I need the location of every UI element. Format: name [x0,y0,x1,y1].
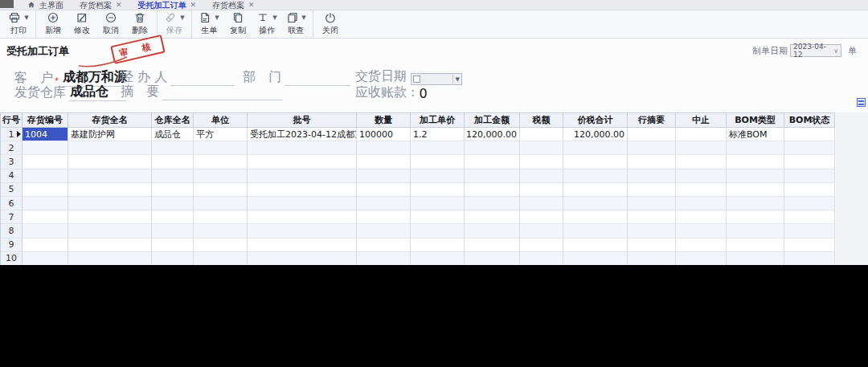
grid-cell[interactable] [357,183,411,197]
grid-cell[interactable] [520,197,563,210]
grid-cell[interactable] [676,252,727,266]
grid-cell[interactable] [411,141,465,155]
grid-cell[interactable] [357,197,411,210]
grid-cell[interactable] [676,239,727,252]
grid-cell[interactable] [411,155,465,169]
row-number-cell[interactable]: 7 [1,210,23,224]
grid-cell[interactable] [784,183,835,197]
grid-cell[interactable] [628,128,676,141]
grid-cell[interactable] [727,224,784,238]
联查-button[interactable]: ▼联查 [281,10,310,38]
grid-cell[interactable] [727,155,784,169]
grid-cell[interactable] [628,183,676,197]
grid-cell[interactable] [23,210,68,224]
grid-cell[interactable] [23,169,68,183]
grid-cell[interactable] [628,252,676,266]
grid-cell[interactable] [152,252,194,266]
grid-cell[interactable] [784,210,835,224]
grid-cell[interactable]: 120,000.00 [465,128,520,141]
close-icon[interactable]: ✕ [116,0,122,10]
grid-cell[interactable] [563,210,628,224]
grid-cell[interactable] [520,128,563,141]
grid-cell[interactable] [248,197,357,210]
grid-cell[interactable] [465,155,520,169]
grid-cell[interactable] [248,183,357,197]
grid-cell[interactable] [152,210,194,224]
row-number-cell[interactable]: 1 [1,128,23,141]
grid-cell[interactable] [727,183,784,197]
grid-cell[interactable] [411,169,465,183]
grid-cell[interactable] [727,169,784,183]
grid-cell[interactable] [23,224,68,238]
修改-button[interactable]: 修改 [68,10,96,38]
grid-cell[interactable] [520,210,563,224]
grid-cell[interactable] [357,210,411,224]
grid-cell[interactable]: 标准BOM [727,128,784,141]
grid-cell[interactable] [194,239,248,252]
grid-cell[interactable]: 1.2 [411,128,465,141]
row-number-cell[interactable]: 5 [1,183,23,197]
grid-cell[interactable] [248,239,357,252]
取消-button[interactable]: 取消 [96,10,125,38]
grid-cell[interactable] [676,224,727,238]
grid-cell[interactable]: 120,000.00 [563,128,628,141]
grid-cell[interactable] [248,141,357,155]
grid-cell[interactable] [23,252,68,266]
复制-button[interactable]: 复制 [223,10,252,38]
grid-cell[interactable] [68,155,152,169]
grid-cell[interactable] [194,169,248,183]
row-number-cell[interactable]: 8 [1,224,23,238]
tab-home[interactable]: 主界面 [19,0,72,10]
grid-cell[interactable] [194,224,248,238]
tab-item-3[interactable]: 存货档案✕ [204,0,263,10]
tab-item-1[interactable]: 存货档案✕ [72,0,130,10]
grid-cell[interactable] [784,141,835,155]
grid-cell[interactable] [68,183,152,197]
grid-cell[interactable] [727,210,784,224]
grid-cell[interactable]: 受托加工2023-04-12成都万和源 [248,128,357,141]
grid-cell[interactable] [68,210,152,224]
grid-cell[interactable] [194,183,248,197]
grid-cell[interactable] [68,252,152,266]
grid-cell[interactable] [676,210,727,224]
grid-cell[interactable] [152,197,194,210]
delivery-date-checkbox[interactable] [413,75,420,83]
grid-cell[interactable] [68,224,152,238]
row-number-cell[interactable]: 3 [1,155,23,169]
tab-item-2[interactable]: 受托加工订单✕ [130,0,205,10]
grid-cell[interactable] [727,141,784,155]
grid-cell[interactable] [411,224,465,238]
grid-cell[interactable] [152,169,194,183]
grid-cell[interactable] [465,239,520,252]
delivery-date-select[interactable]: ▼ [411,73,462,85]
grid-cell[interactable]: 基建防护网 [68,128,152,141]
grid-cell[interactable] [465,141,520,155]
grid-cell[interactable] [23,155,68,169]
grid-cell[interactable] [520,183,563,197]
grid-settings-icon[interactable] [857,98,866,107]
grid-cell[interactable] [563,197,628,210]
grid-cell[interactable] [248,210,357,224]
grid-cell[interactable] [248,224,357,238]
grid-cell[interactable] [68,141,152,155]
warehouse-input[interactable]: 成品仓 [69,84,126,101]
grid-cell[interactable] [152,183,194,197]
操作-button[interactable]: ▼操作 [252,10,281,38]
删除-button[interactable]: 删除 [125,10,154,38]
close-icon[interactable]: ✕ [248,0,255,10]
grid-cell[interactable] [23,197,68,210]
grid-cell[interactable] [784,252,835,266]
grid-cell[interactable]: 100000 [357,128,411,141]
grid-cell[interactable] [357,239,411,252]
grid-cell[interactable] [563,183,628,197]
grid-cell[interactable] [23,239,68,252]
grid-cell[interactable] [357,252,411,266]
grid-cell[interactable] [465,252,520,266]
grid-cell[interactable] [520,239,563,252]
grid-cell[interactable] [357,155,411,169]
row-number-cell[interactable]: 10 [1,252,23,266]
dropdown-caret-icon[interactable]: ▼ [272,14,276,21]
grid-cell[interactable] [411,239,465,252]
grid-cell[interactable] [194,155,248,169]
grid-cell[interactable] [628,239,676,252]
